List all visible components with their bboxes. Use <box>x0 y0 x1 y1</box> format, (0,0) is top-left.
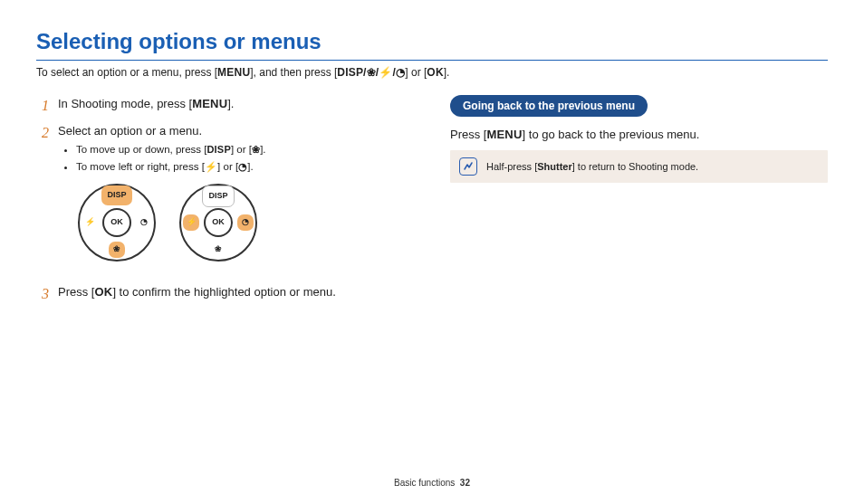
step2-a: Select an option or a menu. <box>58 124 202 138</box>
dpad-leftright: DISP ⚡ ◔ ❀ OK <box>179 184 257 262</box>
intro-text: To select an option or a menu, press [ME… <box>36 66 828 79</box>
step1-b: ]. <box>227 97 234 110</box>
step3-b: ] to confirm the highlighted option or m… <box>112 285 335 299</box>
flash-icon: ⚡ <box>82 214 98 231</box>
page-title: Selecting options or menus <box>36 29 828 54</box>
step-number: 2 <box>36 122 49 278</box>
step-number: 1 <box>36 95 49 117</box>
timer-icon: ◔ <box>238 161 247 172</box>
step2-bullet-1: To move up or down, press [DISP] or [❀]. <box>76 142 414 157</box>
t: Press [ <box>450 128 486 141</box>
left-column: 1 In Shooting mode, press [MENU]. 2 Sele… <box>36 95 414 310</box>
macro-icon: ❀ <box>109 242 125 258</box>
t: To move left or right, press [ <box>76 161 205 172</box>
footer-page: 32 <box>460 478 470 488</box>
section-pill: Going back to the previous menu <box>450 95 648 117</box>
t: ] or [ <box>231 144 252 155</box>
timer-icon: ◔ <box>136 214 152 231</box>
intro-b: ], and then press [ <box>250 66 337 79</box>
menu-label: MENU <box>192 97 227 110</box>
macro-icon: ❀ <box>252 144 260 155</box>
page-footer: Basic functions 32 <box>0 478 864 488</box>
intro-c: ] or [ <box>405 66 427 79</box>
t: To move up or down, press [ <box>76 144 206 155</box>
ok-label: OK <box>94 285 112 299</box>
step2-bullet-2: To move left or right, press [⚡] or [◔]. <box>76 159 414 175</box>
ok-button: OK <box>204 208 233 237</box>
step-number: 3 <box>36 283 49 305</box>
intro-d: ]. <box>444 66 450 79</box>
back-text: Press [MENU] to go back to the previous … <box>450 128 828 141</box>
footer-section: Basic functions <box>394 478 455 488</box>
t: ]. <box>260 144 265 155</box>
timer-icon: ◔ <box>237 214 254 231</box>
step-2: 2 Select an option or a menu. To move up… <box>36 122 414 278</box>
right-column: Going back to the previous menu Press [M… <box>450 95 828 310</box>
step3-a: Press [ <box>58 285 94 299</box>
note-box: Half-press [Shutter] to return to Shooti… <box>450 150 828 183</box>
shutter-label: Shutter <box>537 161 572 172</box>
flash-icon: ⚡ <box>183 214 199 231</box>
menu-label: MENU <box>486 128 522 141</box>
t: Half-press [ <box>486 161 537 172</box>
t: ] to return to Shooting mode. <box>572 161 698 172</box>
title-rule <box>36 60 828 61</box>
dpad-updown: DISP ⚡ ◔ ❀ OK <box>78 184 156 262</box>
disp-button: DISP <box>202 185 235 207</box>
step1-a: In Shooting mode, press [ <box>58 97 192 110</box>
flash-icon: ⚡ <box>205 161 217 172</box>
ok-label: OK <box>427 66 443 79</box>
note-text: Half-press [Shutter] to return to Shooti… <box>486 161 698 172</box>
step-1: 1 In Shooting mode, press [MENU]. <box>36 95 414 117</box>
t: ] or [ <box>217 161 238 172</box>
macro-icon: ❀ <box>210 242 226 258</box>
disp-button: DISP <box>101 185 132 205</box>
step-3: 3 Press [OK] to confirm the highlighted … <box>36 283 414 305</box>
dirs-label: DISP/❀/⚡/◔ <box>337 66 405 79</box>
t: ]. <box>247 161 253 172</box>
t: ] to go back to the previous menu. <box>523 128 700 141</box>
ok-button: OK <box>102 208 131 237</box>
dpad-diagrams: DISP ⚡ ◔ ❀ OK DISP ⚡ ◔ ❀ <box>78 184 414 262</box>
note-icon <box>459 157 477 176</box>
disp-label: DISP <box>206 144 230 155</box>
intro-a: To select an option or a menu, press [ <box>36 66 217 79</box>
menu-label: MENU <box>217 66 250 79</box>
